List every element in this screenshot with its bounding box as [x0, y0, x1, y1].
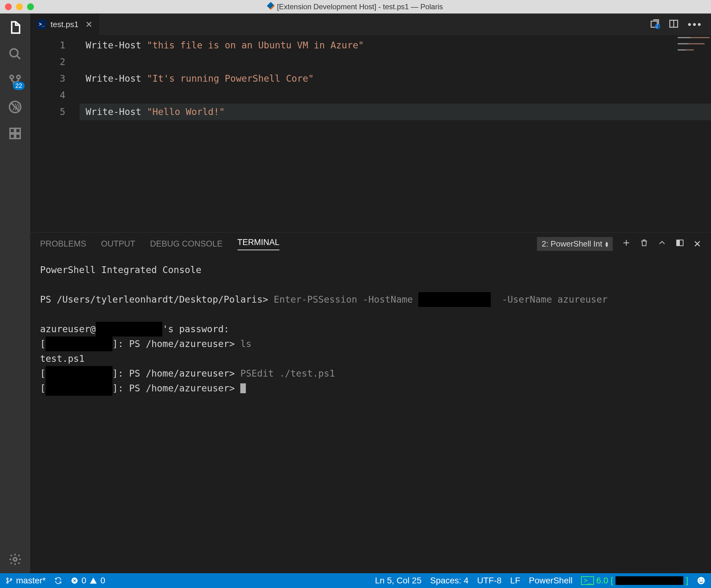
svg-rect-6: [16, 128, 20, 133]
powershell-terminal-icon: >_: [581, 576, 594, 585]
sync-status[interactable]: [54, 576, 62, 585]
redacted-session: [616, 576, 683, 585]
powershell-version-status[interactable]: >_ 6.0 []: [581, 576, 688, 586]
terminal-cursor: [240, 383, 246, 393]
powershell-file-icon: >_: [37, 20, 46, 29]
terminal-prompt: ]: PS /home/azureuser>: [112, 338, 240, 349]
language-mode-status[interactable]: PowerShell: [529, 576, 573, 586]
eol-status[interactable]: LF: [510, 576, 520, 586]
code-content[interactable]: Write-Host "this file is on an Ubuntu VM…: [80, 35, 711, 232]
open-changes-icon[interactable]: [649, 19, 660, 30]
code-token: Write-Host: [86, 40, 147, 50]
close-window-button[interactable]: [5, 3, 12, 10]
panel-tab-bar: PROBLEMS OUTPUT DEBUG CONSOLE TERMINAL 2…: [30, 233, 711, 253]
window-titlebar: [Extension Development Host] - test.ps1 …: [0, 0, 711, 14]
tab-output[interactable]: OUTPUT: [101, 239, 135, 249]
terminal-line: [: [40, 338, 46, 349]
redacted-host: xxxxxxxxxxxx: [96, 322, 163, 337]
tab-filename: test.ps1: [50, 20, 79, 29]
extensions-icon[interactable]: [7, 126, 23, 141]
terminal-line: [: [40, 383, 46, 394]
svg-point-15: [7, 578, 8, 580]
editor-tab[interactable]: >_ test.ps1 ✕: [30, 14, 100, 35]
terminal-command: -UserName azureuser: [496, 294, 607, 305]
debug-icon[interactable]: [7, 99, 23, 114]
code-string: "It's running PowerShell Core": [147, 73, 314, 84]
terminal-selector[interactable]: 2: PowerShell Int ▴▾: [537, 237, 613, 251]
close-panel-icon[interactable]: ✕: [693, 238, 701, 249]
line-number: 4: [30, 87, 65, 104]
kill-terminal-icon[interactable]: [640, 238, 648, 249]
ps-version: 6.0: [597, 576, 608, 586]
window-title-text: [Extension Development Host] - test.ps1 …: [277, 2, 443, 11]
close-tab-icon[interactable]: ✕: [85, 19, 92, 29]
error-count: 0: [81, 576, 86, 586]
redacted-hostname: xxxxxxxxxxxxx: [418, 292, 491, 307]
feedback-smiley-icon[interactable]: [697, 576, 706, 585]
svg-point-0: [10, 49, 18, 57]
code-string: "this file is on an Ubuntu VM in Azure": [147, 40, 364, 50]
more-actions-icon[interactable]: •••: [688, 19, 703, 30]
tab-terminal[interactable]: TERMINAL: [238, 237, 280, 250]
panel-layout-icon[interactable]: [675, 238, 684, 249]
warning-count: 0: [101, 576, 105, 586]
terminal[interactable]: PowerShell Integrated Console PS /Users/…: [30, 253, 711, 573]
search-icon[interactable]: [7, 46, 23, 62]
tab-debug-console[interactable]: DEBUG CONSOLE: [150, 239, 223, 249]
svg-point-20: [699, 580, 701, 581]
branch-name: master*: [16, 576, 46, 586]
terminal-line: [: [40, 368, 46, 379]
line-number: 5: [30, 104, 65, 120]
cursor-position-status[interactable]: Ln 5, Col 25: [375, 576, 422, 586]
line-number: 2: [30, 54, 65, 70]
activity-bar: 22: [0, 14, 30, 573]
line-number: 1: [30, 37, 65, 54]
indentation-status[interactable]: Spaces: 4: [430, 576, 469, 586]
svg-rect-7: [10, 134, 15, 139]
code-token: Write-Host: [86, 106, 147, 117]
terminal-command: Enter-PSSession -HostName: [274, 294, 419, 305]
minimize-window-button[interactable]: [16, 3, 23, 10]
svg-point-9: [14, 558, 17, 561]
svg-point-17: [10, 579, 12, 580]
dropdown-arrows-icon: ▴▾: [605, 241, 608, 247]
code-token: Write-Host: [86, 73, 147, 84]
status-bar: master* 0 0 Ln 5, Col 25 Spaces: 4 UTF-8…: [0, 573, 711, 588]
source-control-icon[interactable]: 22: [7, 73, 23, 88]
scm-badge: 22: [13, 82, 25, 90]
split-editor-icon[interactable]: [668, 19, 679, 30]
line-number-gutter: 1 2 3 4 5: [30, 35, 80, 232]
fullscreen-window-button[interactable]: [27, 3, 34, 10]
svg-point-21: [702, 580, 703, 581]
terminal-prompt: PS /Users/tylerleonhardt/Desktop/Polaris…: [40, 294, 274, 305]
svg-point-16: [7, 582, 8, 583]
terminal-selector-label: 2: PowerShell Int: [542, 239, 602, 249]
settings-gear-icon[interactable]: [7, 552, 23, 567]
svg-rect-14: [677, 240, 680, 246]
panel-up-icon[interactable]: [658, 238, 666, 249]
window-controls: [5, 3, 34, 10]
redacted-host: xxxxxxxxxxxx: [46, 381, 112, 396]
terminal-line: 's password:: [163, 323, 229, 334]
line-number: 3: [30, 70, 65, 87]
svg-point-1: [10, 76, 14, 79]
terminal-command: ls: [240, 338, 251, 349]
problems-status[interactable]: 0 0: [71, 576, 105, 586]
code-editor[interactable]: 1 2 3 4 5 Write-Host "this file is on an…: [30, 35, 711, 232]
encoding-status[interactable]: UTF-8: [477, 576, 501, 586]
terminal-line: azureuser@: [40, 323, 96, 334]
git-branch-status[interactable]: master*: [5, 576, 46, 586]
vscode-icon: [267, 2, 275, 9]
window-title: [Extension Development Host] - test.ps1 …: [0, 2, 711, 11]
terminal-prompt: ]: PS /home/azureuser>: [112, 383, 240, 394]
terminal-command: PSEdit ./test.ps1: [240, 368, 335, 379]
explorer-icon[interactable]: [7, 20, 23, 35]
redacted-host: xxxxxxxxxxxx: [46, 337, 112, 351]
svg-point-2: [17, 76, 20, 79]
bottom-panel: PROBLEMS OUTPUT DEBUG CONSOLE TERMINAL 2…: [30, 232, 711, 573]
new-terminal-icon[interactable]: [622, 238, 631, 249]
code-string: "Hello World!": [147, 106, 225, 117]
minimap[interactable]: [678, 37, 710, 56]
tab-problems[interactable]: PROBLEMS: [40, 239, 86, 249]
redacted-host: xxxxxxxxxxxx: [46, 366, 112, 381]
